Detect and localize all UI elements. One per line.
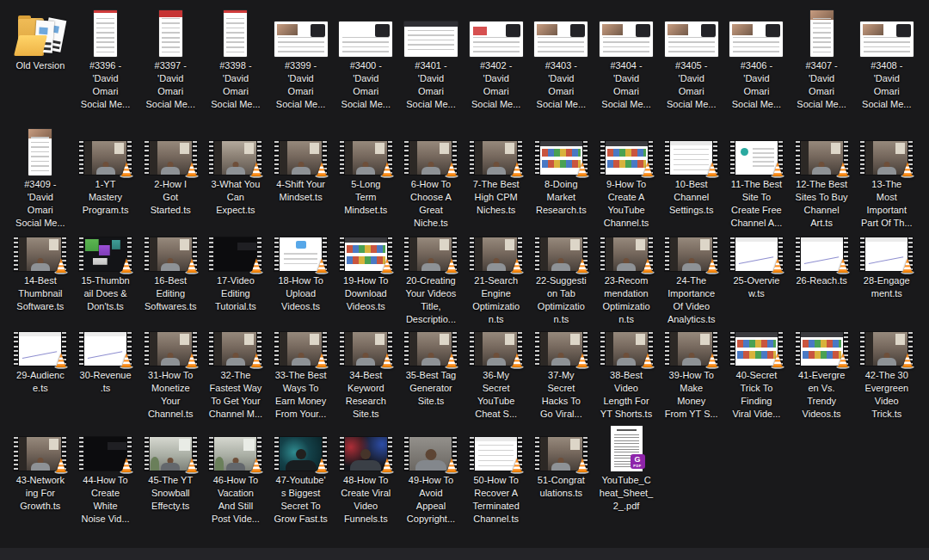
file-item[interactable]: #3405 - 'David Omari Social Me... <box>659 7 724 111</box>
filmstrip-holes <box>796 332 800 366</box>
file-item[interactable]: 42-The 30 Evergreen Video Trick.ts <box>854 325 920 421</box>
file-item[interactable]: 49-How To Avoid Appeal Copyright... <box>398 430 464 526</box>
file-item[interactable]: 24-The Importance Of Video Analytics.ts <box>659 231 724 326</box>
webpage-wide-snapshot-icon <box>665 7 718 57</box>
file-label: 20-Creating Your Videos Title, Descripti… <box>406 274 457 326</box>
vlc-cone-icon <box>183 457 200 474</box>
file-item[interactable]: 4-Shift Your Mindset.ts <box>268 131 334 230</box>
file-item[interactable]: 21-Search Engine Optimizatio n.ts <box>464 231 529 326</box>
file-item[interactable]: 25-Overvie w.ts <box>724 231 790 326</box>
video-filmstrip-icon <box>729 325 784 366</box>
file-item[interactable]: 6-How To Choose A Great Niche.ts <box>398 131 464 230</box>
file-item[interactable]: #3401 - 'David Omari Social Me... <box>398 7 464 111</box>
file-item[interactable]: #3403 - 'David Omari Social Me... <box>529 7 594 111</box>
file-item[interactable]: 50-How To Recover A Terminated Channel.t… <box>464 430 529 526</box>
filmstrip-holes <box>79 332 83 366</box>
filmstrip-holes <box>79 141 83 175</box>
file-item[interactable]: 8-Doing Market Research.ts <box>529 131 594 230</box>
file-item[interactable]: #3408 - 'David Omari Social Me... <box>854 7 920 111</box>
video-thumbnail <box>469 331 523 366</box>
file-item[interactable]: 28-Engage ment.ts <box>854 231 920 326</box>
video-thumbnail <box>208 140 262 175</box>
file-item[interactable]: 30-Revenue .ts <box>73 325 138 421</box>
file-item[interactable]: 44-How To Create White Noise Vid... <box>73 430 138 526</box>
file-item[interactable]: 9-How To Create A YouTube Channel.ts <box>594 131 659 230</box>
file-item[interactable]: #3402 - 'David Omari Social Me... <box>464 7 529 111</box>
video-filmstrip-icon <box>534 430 588 471</box>
file-item[interactable]: 46-How To Vacation And Still Post Vide..… <box>203 430 268 526</box>
file-item[interactable]: 39-How To Make Money From YT S... <box>659 325 724 421</box>
video-filmstrip-icon <box>78 131 132 175</box>
file-item[interactable]: 32-The Fastest Way To Get Your Channel M… <box>203 325 268 421</box>
video-thumbnail <box>403 331 458 366</box>
file-item[interactable]: 37-My Secret Hacks To Go Viral... <box>529 325 594 421</box>
file-item[interactable]: 17-Video Editing Tutorial.ts <box>203 231 268 326</box>
video-thumbnail <box>208 436 262 471</box>
filmstrip-holes <box>665 237 669 271</box>
file-item[interactable]: 22-Suggesti on Tab Optimizatio n.ts <box>529 231 594 326</box>
file-item[interactable]: 33-The Best Ways To Earn Money From Your… <box>268 325 334 421</box>
person-figure <box>617 353 636 366</box>
vlc-cone-icon <box>899 257 916 274</box>
file-item[interactable]: 35-Best Tag Generator Site.ts <box>398 325 464 421</box>
person-figure <box>292 353 311 366</box>
video-filmstrip-icon <box>795 325 849 366</box>
file-item[interactable]: 5-Long Term Mindset.ts <box>333 131 398 230</box>
file-item[interactable]: 15-Thumbn ail Does & Don'ts.ts <box>73 231 138 326</box>
file-item[interactable]: #3398 - 'David Omari Social Me... <box>203 7 268 111</box>
file-item[interactable]: 10-Best Channel Settings.ts <box>659 131 724 230</box>
file-item[interactable]: 19-How To Download Videos.ts <box>333 231 398 326</box>
file-item[interactable]: 31-How To Monetize Your Channel.ts <box>138 325 203 421</box>
file-item[interactable]: 36-My Secret YouTube Cheat S... <box>464 325 529 421</box>
file-item[interactable]: #3407 - 'David Omari Social Me... <box>789 7 854 111</box>
video-thumbnail <box>534 331 588 366</box>
file-item[interactable]: 14-Best Thumbnail Software.ts <box>8 231 73 326</box>
vlc-cone-icon <box>769 161 786 178</box>
file-item[interactable]: 43-Network ing For Growth.ts <box>8 430 73 526</box>
file-item[interactable]: 29-Audienc e.ts <box>8 325 73 421</box>
webpage-snapshot <box>274 22 328 57</box>
file-item[interactable]: 11-The Best Site To Create Free Channel … <box>724 131 790 230</box>
file-item[interactable]: #3399 - 'David Omari Social Me... <box>268 7 334 111</box>
filmstrip-holes <box>665 141 669 175</box>
file-item[interactable]: 40-Secret Trick To Finding Viral Vide... <box>724 325 790 421</box>
file-item[interactable]: 12-The Best Sites To Buy Channel Art.ts <box>789 131 854 230</box>
file-item[interactable]: #3397 - 'David Omari Social Me... <box>138 7 203 111</box>
file-label: #3404 - 'David Omari Social Me... <box>601 59 650 111</box>
file-item[interactable]: 51-Congrat ulations.ts <box>529 430 594 526</box>
file-item[interactable]: #3409 - 'David Omari Social Me... <box>8 131 73 230</box>
file-item[interactable]: 20-Creating Your Videos Title, Descripti… <box>398 231 464 326</box>
person-figure <box>551 258 570 271</box>
file-item[interactable]: 7-The Best High CPM Niches.ts <box>464 131 529 230</box>
file-item[interactable]: #3404 - 'David Omari Social Me... <box>594 7 659 111</box>
file-item[interactable]: 23-Recom mendation Optimizatio n.ts <box>594 231 659 326</box>
file-item[interactable]: 16-Best Editing Softwares.ts <box>138 231 203 326</box>
file-item[interactable]: Old Version <box>8 7 73 111</box>
file-item[interactable]: 18-How To Upload Videos.ts <box>268 231 334 326</box>
file-item[interactable]: 48-How To Create Viral Video Funnels.ts <box>333 430 398 526</box>
file-item[interactable]: 47-Youtube' s Biggest Secret To Grow Fas… <box>268 430 334 526</box>
file-item[interactable]: 34-Best Keyword Research Site.ts <box>333 325 398 421</box>
file-item[interactable]: 2-How I Got Started.ts <box>138 131 203 230</box>
vlc-cone-icon <box>443 352 460 369</box>
file-item[interactable]: 3-What You Can Expect.ts <box>203 131 268 230</box>
file-item[interactable]: 45-The YT Snowball Effecty.ts <box>138 430 203 526</box>
file-label: 29-Audienc e.ts <box>16 369 65 395</box>
vlc-cone-icon <box>313 161 330 178</box>
vlc-cone-icon <box>118 457 135 474</box>
file-item[interactable]: GPDFYouTube_C heat_Sheet_ 2_.pdf <box>594 430 659 526</box>
file-item[interactable]: 13-The Most Important Part Of Th... <box>854 131 920 230</box>
person-figure <box>551 353 570 366</box>
person-figure <box>421 353 440 366</box>
file-item[interactable]: 26-Reach.ts <box>789 231 854 326</box>
file-label: 15-Thumbn ail Does & Don'ts.ts <box>81 274 129 313</box>
file-label: 10-Best Channel Settings.ts <box>669 178 713 217</box>
video-thumbnail <box>469 436 523 471</box>
filmstrip-holes <box>600 237 605 271</box>
file-item[interactable]: #3396 - 'David Omari Social Me... <box>73 7 138 111</box>
file-item[interactable]: 41-Evergre en Vs. Trendy Videos.ts <box>789 325 854 421</box>
file-item[interactable]: 38-Best Video Length For YT Shorts.ts <box>594 325 659 421</box>
file-item[interactable]: #3406 - 'David Omari Social Me... <box>724 7 790 111</box>
file-item[interactable]: 1-YT Mastery Program.ts <box>73 131 138 230</box>
file-item[interactable]: #3400 - 'David Omari Social Me... <box>333 7 398 111</box>
